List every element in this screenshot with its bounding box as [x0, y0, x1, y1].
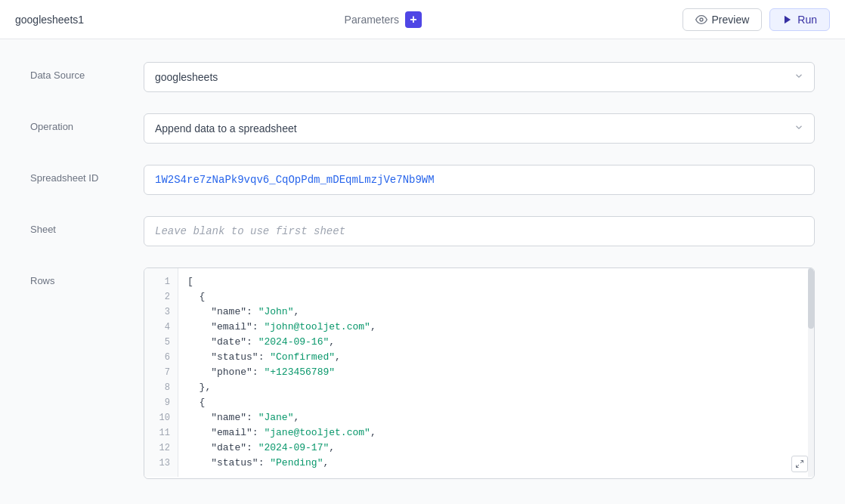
line-number: 5 [144, 335, 178, 350]
spreadsheet-id-label: Spreadsheet ID [30, 165, 144, 184]
expand-button[interactable] [791, 456, 808, 472]
svg-line-2 [800, 461, 803, 464]
preview-label: Preview [712, 14, 750, 26]
code-editor-inner: 12345678910111213 [ { "name": "John", "e… [144, 268, 814, 477]
operation-row: Operation Append data to a spreadsheet [30, 113, 815, 144]
code-line: [ [187, 274, 799, 289]
sheet-label: Sheet [30, 216, 144, 235]
data-source-control: googlesheets [144, 62, 815, 92]
header-actions: Preview Run [682, 8, 830, 31]
data-source-label: Data Source [30, 62, 144, 81]
operation-control: Append data to a spreadsheet [144, 113, 815, 144]
line-number: 7 [144, 365, 178, 380]
code-line: "name": "Jane", [187, 410, 799, 425]
spreadsheet-id-control [144, 165, 815, 195]
data-source-select-wrapper: googlesheets [144, 62, 815, 92]
line-number: 1 [144, 274, 178, 289]
code-line: "email": "john@tooljet.com", [187, 320, 799, 335]
sheet-input[interactable] [144, 216, 815, 246]
sheet-row: Sheet [30, 216, 815, 246]
expand-icon [795, 459, 804, 468]
line-number: 10 [144, 410, 178, 425]
line-number: 9 [144, 395, 178, 410]
line-number: 6 [144, 350, 178, 365]
scrollbar-track[interactable] [808, 268, 814, 477]
svg-marker-1 [785, 15, 791, 23]
add-parameter-button[interactable]: + [405, 11, 422, 28]
line-number: 3 [144, 305, 178, 320]
rows-row: Rows 12345678910111213 [ { "name": "John… [30, 267, 815, 479]
line-number: 12 [144, 441, 178, 456]
operation-select[interactable]: Append data to a spreadsheet [144, 113, 815, 144]
code-line: "status": "Pending", [187, 456, 799, 471]
eye-icon [695, 14, 707, 26]
play-icon [782, 14, 793, 25]
code-content[interactable]: [ { "name": "John", "email": "john@toolj… [178, 268, 808, 477]
parameters-label: Parameters [345, 14, 399, 26]
data-source-select[interactable]: googlesheets [144, 62, 815, 92]
line-number: 13 [144, 456, 178, 471]
line-number: 2 [144, 289, 178, 305]
code-line: { [187, 289, 799, 305]
rows-label: Rows [30, 267, 144, 286]
header: googlesheets1 Parameters + Preview Run [0, 0, 845, 39]
spreadsheet-id-row: Spreadsheet ID [30, 165, 815, 195]
preview-button[interactable]: Preview [682, 8, 763, 31]
code-line: "name": "John", [187, 305, 799, 320]
header-center: Parameters + [345, 11, 422, 28]
rows-control: 12345678910111213 [ { "name": "John", "e… [144, 267, 815, 479]
main-content: Data Source googlesheets Operation Appen… [0, 39, 845, 504]
operation-select-wrapper: Append data to a spreadsheet [144, 113, 815, 144]
line-number: 4 [144, 320, 178, 335]
run-label: Run [797, 14, 817, 26]
line-number: 11 [144, 425, 178, 441]
svg-line-3 [797, 465, 800, 468]
code-line: "date": "2024-09-16", [187, 335, 799, 350]
code-line: "phone": "+123456789" [187, 365, 799, 380]
line-number: 8 [144, 380, 178, 395]
code-line: "status": "Confirmed", [187, 350, 799, 365]
line-numbers: 12345678910111213 [144, 268, 178, 477]
code-line: "date": "2024-09-17", [187, 441, 799, 456]
spreadsheet-id-input[interactable] [144, 165, 815, 195]
code-line: }, [187, 380, 799, 395]
svg-point-0 [700, 18, 703, 21]
code-line: { [187, 395, 799, 410]
rows-code-editor: 12345678910111213 [ { "name": "John", "e… [144, 267, 815, 479]
sheet-control [144, 216, 815, 246]
operation-label: Operation [30, 113, 144, 132]
data-source-row: Data Source googlesheets [30, 62, 815, 92]
run-button[interactable]: Run [769, 8, 830, 31]
app-title: googlesheets1 [15, 14, 84, 26]
code-line: "email": "jane@tooljet.com", [187, 425, 799, 441]
scrollbar-thumb [808, 268, 814, 329]
